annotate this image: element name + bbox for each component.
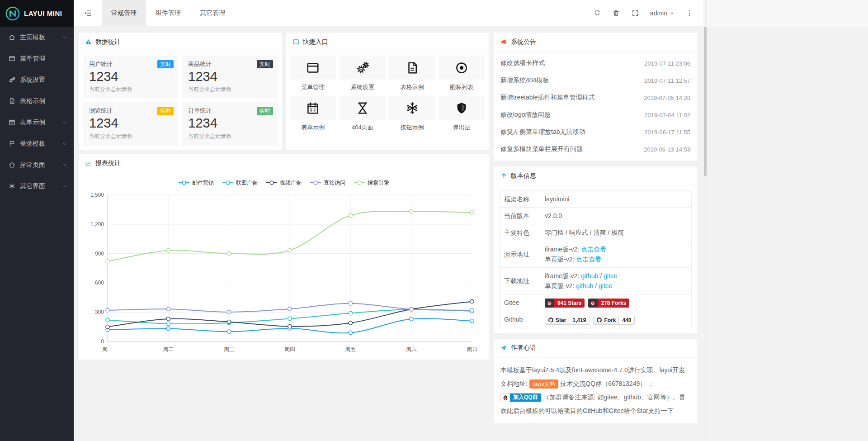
github-badge-action: Star (545, 316, 569, 325)
sidebar-item-form-example[interactable]: 表单示例 (0, 112, 74, 133)
refresh-button[interactable] (588, 0, 607, 27)
desktop: LAYUI MINI 主页模板菜单管理系统设置表格示例表单示例登录模板异常页面其… (0, 0, 868, 441)
stat-box-2[interactable]: 浏览统计实时1234当前分类总记录数 (83, 102, 178, 145)
link-0[interactable]: github (581, 272, 598, 280)
layui-doc-badge[interactable]: layui文档 (529, 379, 559, 389)
github-badge-count: 440 (619, 316, 635, 325)
quick-entry-label: 404页面 (340, 123, 386, 132)
empty-area (707, 0, 868, 27)
user-menu[interactable]: admin (645, 0, 680, 27)
quick-entry-form-example[interactable]: 表单示例 (290, 96, 336, 132)
legend-label: 直接访问 (324, 179, 345, 187)
quick-tile (439, 96, 485, 120)
notice-item[interactable]: 修复多模块菜单栏展开有问题2019-06-13 14:53 (500, 141, 690, 158)
legend-marker-icon (178, 180, 190, 185)
quick-entry-page-404[interactable]: 404页面 (340, 96, 386, 132)
sidebar-item-label: 系统设置 (20, 76, 45, 84)
sidebar-item-login-template[interactable]: 登录模板 (0, 133, 74, 154)
more-menu-button[interactable] (680, 0, 699, 27)
collapse-menu-button[interactable] (74, 0, 102, 26)
gitee-icon (590, 300, 596, 306)
author-words-card: 作者心语 本模板基于layui2.5.4以及font-awesome-4.7.0… (494, 338, 697, 423)
svg-text:周二: 周二 (163, 346, 174, 352)
version-label: 当前版本 (500, 208, 540, 224)
version-info-card: 版本信息 框架名称layuimini当前版本v2.0.0主要特色零门槛 / 响应… (494, 166, 697, 334)
notice-text: 新增系统404模板 (500, 76, 549, 85)
join-qq-group-badge[interactable]: 加入QQ群 (500, 393, 542, 402)
version-line: 单页版-v2: github / gitee (545, 281, 687, 291)
sidebar-item-home-template[interactable]: 主页模板 (0, 27, 74, 48)
gitee-badge-0[interactable]: 941 Stars (545, 299, 585, 308)
stat-value: 1234 (89, 116, 172, 131)
notice-item[interactable]: 修改选项卡样式2019-07-11 23:06 (500, 55, 690, 72)
quick-entry-button-example[interactable]: 按钮示例 (389, 96, 435, 132)
quick-tile (340, 56, 386, 80)
tab-bar: 常规管理组件管理其它管理 (102, 0, 235, 26)
window-icon (306, 61, 320, 75)
tab-other[interactable]: 其它管理 (190, 0, 235, 26)
layui-logo-icon (5, 6, 20, 21)
notice-text: 修复左侧菜单缩放tab无法移动 (500, 128, 585, 136)
legend-item-0[interactable]: 邮件营销 (178, 179, 214, 187)
stat-box-3[interactable]: 订单统计实时1234当前分类总记录数 (182, 102, 277, 145)
stat-desc: 当前分类总记录数 (89, 85, 172, 93)
card-title: 系统公告 (511, 38, 536, 46)
legend-item-1[interactable]: 联盟广告 (222, 179, 258, 187)
page-scrollbar[interactable] (703, 0, 707, 441)
notice-item[interactable]: 新增treetable插件和菜单管理样式2019-07-05 14:28 (500, 89, 690, 106)
sidebar-item-error-pages[interactable]: 异常页面 (0, 154, 74, 175)
data-statistics-card: 数据统计 用户统计实时1234当前分类总记录数商品统计实时1234当前分类总记录… (78, 32, 282, 150)
gitee-badge-text: 941 Stars (554, 299, 585, 308)
fullscreen-button[interactable] (626, 0, 645, 27)
sidebar-item-table-example[interactable]: 表格示例 (0, 90, 74, 112)
quick-tile (290, 56, 336, 80)
quick-tile (290, 96, 336, 120)
link-1[interactable]: gitee (604, 272, 617, 280)
link-0[interactable]: 点击查看 (576, 256, 601, 263)
sidebar-item-other-pages[interactable]: 其它界面 (0, 175, 74, 197)
stat-box-0[interactable]: 用户统计实时1234当前分类总记录数 (83, 56, 178, 99)
legend-item-4[interactable]: 搜索引擎 (354, 179, 389, 187)
quick-entry-icon-list[interactable]: 图标列表 (439, 56, 485, 91)
link-0[interactable]: github (576, 282, 593, 289)
stat-box-1[interactable]: 商品统计实时1234当前分类总记录数 (182, 56, 277, 99)
sidebar-item-menu-management[interactable]: 菜单管理 (0, 48, 74, 69)
stat-value: 1234 (188, 116, 271, 131)
notice-item[interactable]: 修复左侧菜单缩放tab无法移动2019-06-17 11:55 (500, 123, 690, 141)
legend-marker-icon (222, 180, 234, 185)
version-cell: v2.0.0 (540, 208, 692, 224)
legend-item-2[interactable]: 视频广告 (266, 179, 302, 187)
gitee-badge-1[interactable]: 278 Forks (588, 299, 629, 308)
tab-components[interactable]: 组件管理 (146, 0, 190, 26)
scrollbar-thumb[interactable] (704, 27, 707, 176)
card-title: 快捷入口 (303, 38, 328, 46)
legend-item-3[interactable]: 直接访问 (310, 179, 345, 187)
quick-entry-table-example[interactable]: 表格示例 (389, 56, 435, 91)
chart-legend: 邮件营销联盟广告视频广告直接访问搜索引擎 (79, 173, 489, 188)
quick-entry-popup-layer[interactable]: 弹出层 (439, 96, 485, 132)
github-badge-count: 1,419 (569, 316, 590, 325)
sidebar-item-label: 菜单管理 (20, 55, 45, 63)
tab-regular[interactable]: 常规管理 (102, 0, 146, 26)
svg-text:周五: 周五 (345, 346, 356, 352)
version-value: 零门槛 / 响应式 / 清爽 / 极简 (545, 229, 624, 236)
window-icon (9, 55, 15, 62)
card-title: 报表统计 (95, 159, 121, 167)
legend-marker-icon (354, 180, 365, 185)
hourglass-icon (356, 101, 369, 115)
sidebar-item-system-settings[interactable]: 系统设置 (0, 69, 74, 90)
chevron-down-icon (62, 120, 67, 125)
quick-entry-system-settings[interactable]: 系统设置 (340, 56, 386, 91)
github-badge-0[interactable]: Star1,419 (545, 316, 590, 325)
quick-entry-menu-management[interactable]: 菜单管理 (290, 56, 336, 91)
link-0[interactable]: 点击查看 (581, 246, 606, 253)
clear-cache-button[interactable] (607, 0, 626, 27)
shield-icon (455, 101, 468, 115)
chart-area: 03006009001,2001,500周一周二周三周四周五周六周日 (79, 188, 489, 360)
link-1[interactable]: gitee (599, 282, 612, 289)
github-badge-1[interactable]: Fork440 (593, 316, 635, 325)
logo[interactable]: LAYUI MINI (0, 0, 74, 27)
quick-entry-card: 快捷入口 菜单管理系统设置表格示例图标列表表单示例404页面按钮示例弹出层 (286, 32, 490, 150)
notice-item[interactable]: 修改logo缩放问题2019-07-04 11:02 (500, 106, 690, 123)
notice-item[interactable]: 新增系统404模板2019-07-11 12:57 (500, 72, 690, 89)
